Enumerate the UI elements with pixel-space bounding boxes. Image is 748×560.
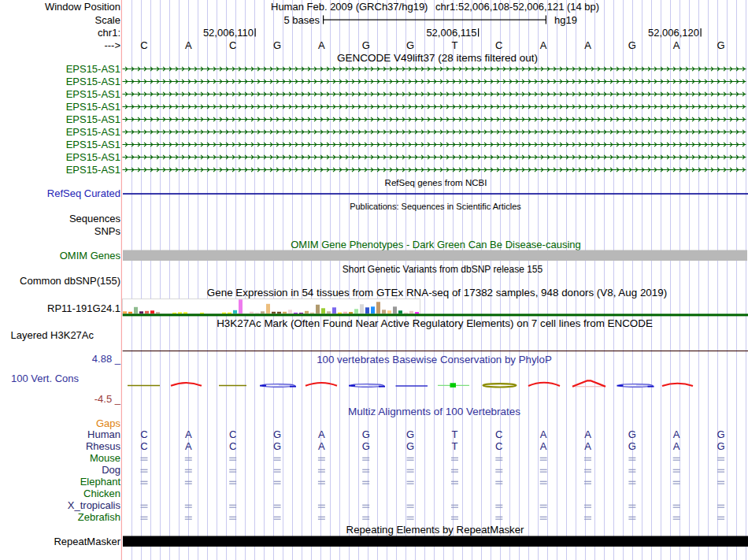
svg-text:G: G bbox=[717, 428, 724, 440]
svg-text:RP11-191G24.1: RP11-191G24.1 bbox=[47, 302, 120, 314]
svg-text:T: T bbox=[451, 428, 457, 440]
svg-text:T: T bbox=[451, 39, 457, 51]
svg-text:52,006,120: 52,006,120 bbox=[648, 27, 699, 39]
svg-text:chr1:: chr1: bbox=[98, 27, 120, 39]
svg-text:H3K27Ac Mark (Often Found Near: H3K27Ac Mark (Often Found Near Active Re… bbox=[217, 317, 653, 329]
svg-text:A: A bbox=[185, 440, 192, 452]
svg-text:A: A bbox=[673, 39, 680, 51]
svg-text:G: G bbox=[628, 428, 636, 440]
svg-text:SNPs: SNPs bbox=[94, 225, 121, 237]
svg-text:G: G bbox=[406, 39, 414, 51]
svg-text:A: A bbox=[584, 428, 591, 440]
svg-text:G: G bbox=[273, 440, 281, 452]
svg-text:Dog: Dog bbox=[102, 464, 120, 476]
svg-text:A: A bbox=[318, 39, 325, 51]
svg-text:Scale: Scale bbox=[94, 14, 120, 26]
svg-text:Publications: Sequences in Sci: Publications: Sequences in Scientific Ar… bbox=[350, 202, 521, 211]
svg-text:A: A bbox=[185, 428, 192, 440]
svg-text:Mouse: Mouse bbox=[90, 452, 120, 464]
svg-text:Elephant: Elephant bbox=[80, 476, 121, 488]
svg-text:A: A bbox=[540, 428, 547, 440]
svg-text:RefSeq genes from NCBI: RefSeq genes from NCBI bbox=[385, 178, 487, 187]
svg-text:C: C bbox=[229, 428, 236, 440]
svg-text:Sequences: Sequences bbox=[69, 213, 121, 224]
svg-text:G: G bbox=[273, 428, 281, 440]
svg-text:C: C bbox=[495, 440, 502, 452]
svg-text:EPS15-AS1: EPS15-AS1 bbox=[66, 76, 120, 87]
svg-text:A: A bbox=[318, 428, 325, 440]
svg-text:A: A bbox=[584, 440, 591, 452]
svg-text:C: C bbox=[229, 39, 236, 51]
svg-text:A: A bbox=[673, 428, 680, 440]
svg-text:C: C bbox=[140, 428, 147, 440]
svg-text:GENCODE V49lift37 (28 items fi: GENCODE V49lift37 (28 items filtered out… bbox=[337, 52, 538, 64]
svg-text:C: C bbox=[495, 39, 502, 51]
svg-text:C: C bbox=[495, 428, 502, 440]
svg-text:Multiz Alignments of 100 Verte: Multiz Alignments of 100 Vertebrates bbox=[348, 406, 520, 417]
svg-text:EPS15-AS1: EPS15-AS1 bbox=[66, 164, 120, 176]
svg-text:OMIM Gene Phenotypes - Dark Gr: OMIM Gene Phenotypes - Dark Green Can Be… bbox=[291, 239, 581, 250]
svg-text:G: G bbox=[628, 440, 636, 452]
svg-text:A: A bbox=[185, 39, 192, 51]
svg-text:OMIM Genes: OMIM Genes bbox=[60, 250, 121, 261]
svg-text:EPS15-AS1: EPS15-AS1 bbox=[66, 113, 120, 125]
svg-text:52,006,115: 52,006,115 bbox=[426, 27, 476, 39]
svg-text:T: T bbox=[451, 440, 457, 452]
svg-text:G: G bbox=[362, 39, 370, 51]
svg-text:Human: Human bbox=[87, 428, 120, 440]
svg-text:100 vertebrates Basewise Conse: 100 vertebrates Basewise Conservation by… bbox=[317, 354, 552, 365]
svg-text:A: A bbox=[318, 440, 325, 452]
svg-text:G: G bbox=[362, 440, 370, 452]
svg-text:G: G bbox=[362, 428, 370, 440]
svg-text:Layered H3K27Ac: Layered H3K27Ac bbox=[11, 329, 94, 341]
svg-text:Chicken: Chicken bbox=[83, 488, 120, 499]
svg-text:C: C bbox=[140, 39, 147, 51]
svg-text:Common dbSNP(155): Common dbSNP(155) bbox=[20, 275, 120, 287]
svg-text:EPS15-AS1: EPS15-AS1 bbox=[66, 139, 120, 150]
svg-text:RepeatMasker: RepeatMasker bbox=[54, 536, 120, 547]
svg-text:X_tropicalis: X_tropicalis bbox=[68, 499, 121, 511]
svg-text:-4.5 _: -4.5 _ bbox=[94, 393, 121, 405]
svg-text:RefSeq Curated: RefSeq Curated bbox=[47, 187, 120, 199]
svg-text:hg19: hg19 bbox=[554, 14, 577, 26]
svg-text:C: C bbox=[140, 440, 147, 452]
svg-text:EPS15-AS1: EPS15-AS1 bbox=[66, 126, 120, 138]
svg-text:G: G bbox=[273, 39, 281, 51]
svg-text:Short Genetic Variants from db: Short Genetic Variants from dbSNP releas… bbox=[343, 264, 543, 275]
svg-text:EPS15-AS1: EPS15-AS1 bbox=[66, 101, 120, 113]
svg-text:G: G bbox=[717, 440, 724, 452]
svg-text:Rhesus: Rhesus bbox=[86, 440, 121, 452]
svg-text:A: A bbox=[540, 440, 547, 452]
svg-text:G: G bbox=[406, 440, 414, 452]
svg-text:52,006,110: 52,006,110 bbox=[203, 27, 254, 39]
svg-text:G: G bbox=[628, 39, 636, 51]
svg-text:EPS15-AS1: EPS15-AS1 bbox=[66, 88, 120, 100]
svg-text:4.88 _: 4.88 _ bbox=[92, 353, 121, 365]
svg-text:chr1:52,006,108-52,006,121 (14: chr1:52,006,108-52,006,121 (14 bp) bbox=[435, 1, 599, 13]
svg-text:5 bases: 5 bases bbox=[283, 14, 320, 26]
svg-text:100 Vert. Cons: 100 Vert. Cons bbox=[11, 373, 79, 384]
svg-text:A: A bbox=[584, 39, 591, 51]
svg-text:Zebrafish: Zebrafish bbox=[78, 511, 120, 523]
svg-text:A: A bbox=[673, 440, 680, 452]
svg-text:C: C bbox=[229, 440, 236, 452]
svg-text:Gene Expression in 54 tissues: Gene Expression in 54 tissues from GTEx … bbox=[207, 287, 667, 299]
svg-text:--->: ---> bbox=[104, 39, 120, 51]
svg-text:EPS15-AS1: EPS15-AS1 bbox=[66, 63, 120, 75]
svg-text:Window Position: Window Position bbox=[45, 1, 120, 13]
svg-text:G: G bbox=[717, 39, 724, 51]
svg-text:Gaps: Gaps bbox=[96, 417, 121, 429]
svg-text:G: G bbox=[406, 428, 414, 440]
svg-text:A: A bbox=[540, 39, 547, 51]
svg-text:Repeating Elements by RepeatMa: Repeating Elements by RepeatMasker bbox=[346, 524, 524, 536]
svg-text:EPS15-AS1: EPS15-AS1 bbox=[66, 151, 120, 163]
svg-text:Human Feb. 2009 (GRCh37/hg19): Human Feb. 2009 (GRCh37/hg19) bbox=[271, 1, 428, 13]
